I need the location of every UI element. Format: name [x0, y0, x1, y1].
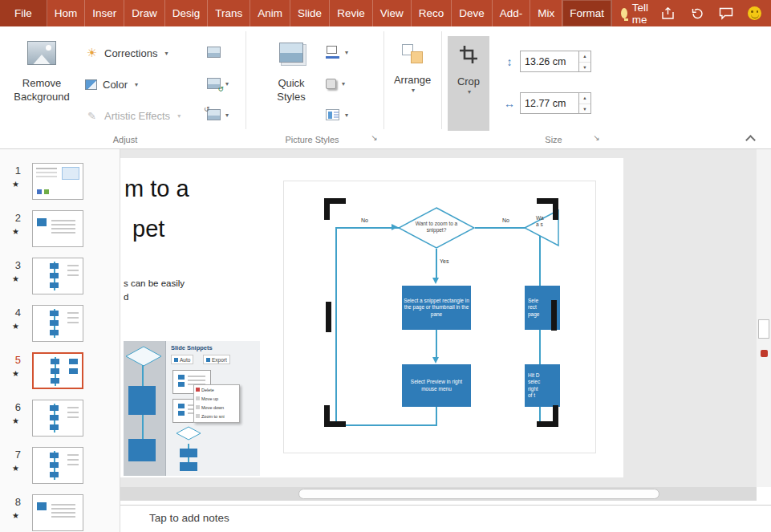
tab-animations[interactable]: Anim — [250, 0, 290, 26]
quick-styles-button[interactable]: Quick Styles — [266, 33, 316, 128]
compress-pictures-button[interactable] — [207, 43, 221, 61]
slide-thumbnail[interactable] — [32, 305, 83, 342]
tab-view[interactable]: View — [373, 0, 412, 26]
flow-step-box: Select a snippet rectangle in the page o… — [402, 286, 471, 330]
crop-button[interactable]: Crop ▾ — [448, 36, 489, 131]
tab-review[interactable]: Revie — [330, 0, 373, 26]
horizontal-scrollbar-thumb[interactable] — [298, 489, 659, 499]
slide-thumbnail-panel: 1 ★ 2 ★ 3 ★ 4 ★ 5 ★ 6 ★ 7 — [0, 149, 120, 532]
slide-editing-area[interactable]: m to a pet s can be easily d Slide Snipp… — [120, 149, 757, 487]
cropped-picture[interactable]: Want to zoom to a snippet? No No Yes Sel… — [283, 181, 596, 453]
flow-step-box-fragment: Hit D selec right of t — [525, 364, 560, 407]
slide-thumbnail-item[interactable]: 8 ★ — [0, 494, 120, 532]
slide-thumbnail-item[interactable]: 4 ★ — [0, 305, 120, 345]
tab-mix[interactable]: Mix — [530, 0, 562, 26]
size-dialog-launcher[interactable]: ↘ — [591, 132, 602, 143]
flow-line — [436, 249, 437, 281]
slide-thumbnail[interactable] — [32, 400, 83, 437]
tab-recording[interactable]: Reco — [412, 0, 452, 26]
corrections-sun-icon: ☀ — [85, 46, 99, 60]
slide-thumbnail[interactable] — [32, 258, 83, 294]
slide-thumbnail-item-selected[interactable]: 5 ★ — [0, 352, 120, 392]
picture-effects-icon — [326, 79, 336, 89]
flow-arrow — [432, 278, 439, 284]
picture-styles-dialog-launcher[interactable]: ↘ — [369, 132, 379, 143]
slide-thumbnail[interactable] — [32, 447, 83, 484]
stepper-down-icon[interactable]: ▾ — [579, 63, 590, 73]
embedded-screen-shot-image[interactable]: Slide Snippets Auto Export Delete Move u… — [124, 341, 260, 476]
tab-transitions[interactable]: Trans — [208, 0, 250, 26]
notes-pane[interactable]: Tap to add notes — [120, 505, 771, 532]
collapse-ribbon-chevron-icon[interactable] — [745, 132, 756, 144]
picture-border-icon — [326, 46, 339, 59]
slide-title-fragment[interactable]: pet — [132, 216, 164, 242]
corrections-button[interactable]: ☀ Corrections ▾ — [82, 43, 171, 63]
shape-width-icon: ↔ — [501, 97, 518, 110]
tab-design[interactable]: Desig — [165, 0, 209, 26]
slide-title-fragment[interactable]: m to a — [124, 176, 189, 202]
feedback-smiley-icon[interactable] — [748, 6, 761, 20]
tab-slide-show[interactable]: Slide — [290, 0, 330, 26]
powerpoint-window: File Hom Inser Draw Desig Trans Anim Sli… — [0, 0, 771, 532]
share-icon[interactable] — [661, 7, 676, 20]
tab-developer[interactable]: Deve — [452, 0, 493, 26]
artistic-effects-button[interactable]: ✎ Artistic Effects ▾ — [82, 106, 184, 125]
tab-draw[interactable]: Draw — [124, 0, 165, 26]
slide-thumbnail-item[interactable]: 3 ★ — [0, 258, 120, 298]
shape-width-stepper[interactable]: ▴ ▾ — [579, 92, 591, 114]
slide-number: 5 — [8, 354, 21, 366]
crop-handle-top-left[interactable] — [324, 198, 346, 220]
shape-height-stepper[interactable]: ▴ ▾ — [579, 51, 591, 72]
history-icon[interactable] — [690, 7, 704, 20]
tell-me-label: Tell me — [632, 2, 653, 26]
tab-add-ins[interactable]: Add- — [493, 0, 531, 26]
crop-handle-bottom-left[interactable] — [324, 405, 346, 427]
crop-handle-top-right[interactable] — [537, 198, 558, 220]
tab-file[interactable]: File — [0, 0, 47, 26]
slide-body-fragment[interactable]: s can be easily — [124, 278, 185, 288]
remove-background-icon — [27, 41, 56, 65]
vertical-scrollbar[interactable] — [757, 149, 771, 487]
vertical-scrollbar-thumb[interactable] — [758, 319, 769, 339]
slide-thumbnail-item[interactable]: 1 ★ — [0, 163, 120, 203]
remove-background-button[interactable]: Remove Background — [8, 33, 75, 128]
horizontal-scrollbar[interactable] — [120, 487, 757, 501]
animation-star-icon: ★ — [12, 464, 19, 473]
color-button[interactable]: Color ▾ — [82, 75, 141, 94]
chevron-down-icon: ▾ — [412, 87, 415, 94]
chevron-down-icon: ▾ — [177, 112, 181, 120]
slide-thumbnail-item[interactable]: 2 ★ — [0, 210, 120, 250]
tab-format[interactable]: Format — [562, 0, 612, 26]
notes-placeholder[interactable]: Tap to add notes — [149, 512, 229, 524]
change-picture-button[interactable]: ▾ — [207, 75, 229, 92]
crop-handle-middle-right[interactable] — [551, 300, 557, 331]
stepper-up-icon[interactable]: ▴ — [579, 51, 590, 63]
picture-layout-button[interactable]: ▾ — [326, 106, 348, 124]
slide-thumbnail-item[interactable]: 7 ★ — [0, 447, 120, 487]
stepper-down-icon[interactable]: ▾ — [579, 104, 590, 115]
crop-handle-bottom-right[interactable] — [537, 405, 558, 427]
slide-thumbnail[interactable] — [32, 210, 83, 247]
tab-home[interactable]: Hom — [47, 0, 86, 26]
crop-handle-middle-left[interactable] — [326, 302, 331, 332]
tell-me-box[interactable]: Tell me — [612, 0, 661, 26]
chevron-down-icon: ▾ — [345, 112, 348, 119]
tab-insert[interactable]: Inser — [85, 0, 124, 26]
shape-width-input[interactable] — [520, 92, 579, 114]
menu-item: Delete — [194, 385, 239, 394]
slide-thumbnail[interactable] — [32, 163, 83, 200]
arrange-button[interactable]: Arrange ▾ — [390, 33, 435, 128]
reset-picture-button[interactable]: ▾ — [207, 106, 229, 124]
crop-label: Crop — [457, 75, 480, 88]
stepper-up-icon[interactable]: ▴ — [579, 93, 590, 104]
slide-canvas[interactable]: m to a pet s can be easily d Slide Snipp… — [120, 158, 623, 477]
picture-border-button[interactable]: ▾ — [326, 43, 348, 61]
shape-height-input[interactable] — [520, 51, 579, 72]
picture-effects-button[interactable]: ▾ — [326, 75, 345, 92]
comments-icon[interactable] — [719, 7, 733, 20]
slide-body-fragment[interactable]: d — [124, 292, 128, 302]
slide-thumbnail-item[interactable]: 6 ★ — [0, 400, 120, 440]
slide-thumbnail[interactable] — [32, 494, 83, 531]
chevron-down-icon: ▾ — [468, 88, 471, 95]
slide-thumbnail[interactable] — [32, 352, 83, 389]
